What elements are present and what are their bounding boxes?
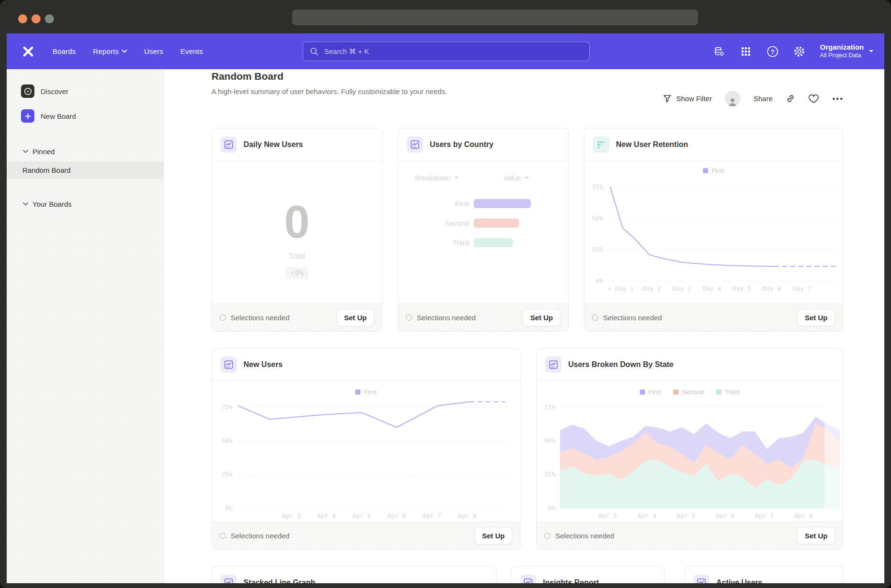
x-axis-tick: Apr 4 — [626, 512, 668, 519]
bar-label: First — [398, 200, 469, 208]
card-title: Stacked Line Graph — [244, 578, 315, 584]
favorite-heart-icon[interactable] — [808, 94, 819, 104]
value-bar — [474, 199, 531, 208]
set-up-button[interactable]: Set Up — [797, 527, 835, 545]
settings-gear-icon[interactable] — [793, 45, 806, 58]
plus-icon — [21, 109, 34, 123]
value-dropdown[interactable]: Value — [503, 174, 529, 182]
address-bar[interactable] — [292, 10, 698, 25]
x-axis-tick: Apr 3 — [586, 512, 629, 519]
metric-value: 0 — [212, 199, 382, 245]
legend-item[interactable]: Third — [716, 388, 740, 396]
legend-item[interactable]: First — [640, 388, 661, 396]
legend-item[interactable]: Second — [673, 388, 704, 396]
new-users-chart: 75%50%25%0%Apr 3Apr 4Apr 5Apr 6Apr 7Apr … — [215, 400, 509, 521]
y-axis-tick: 50% — [586, 215, 603, 222]
metric-delta-badge: ↑0% — [286, 267, 308, 279]
chart-legend: FirstSecondThird — [537, 388, 843, 396]
window-close-button[interactable] — [18, 14, 27, 23]
sidebar-item-new-board[interactable]: New Board — [7, 105, 163, 126]
mixpanel-logo-icon[interactable] — [21, 44, 35, 59]
nav-item-boards[interactable]: Boards — [53, 47, 76, 55]
window-zoom-button[interactable] — [45, 14, 54, 23]
search-icon — [310, 47, 318, 56]
data-management-icon[interactable] — [713, 45, 725, 58]
nav-item-reports[interactable]: Reports — [93, 47, 127, 55]
top-nav: Boards Reports Users Events — [7, 33, 884, 69]
more-options-icon[interactable] — [832, 97, 843, 101]
legend-swatch — [716, 389, 721, 395]
org-switcher[interactable]: Organization All Project Data — [820, 43, 874, 59]
status-circle-icon — [220, 315, 226, 321]
line-chart-icon — [221, 357, 237, 373]
status-selections-needed: Selections needed — [544, 532, 614, 540]
nav-item-users[interactable]: Users — [144, 47, 163, 55]
set-up-button[interactable]: Set Up — [522, 309, 561, 326]
discover-compass-icon — [21, 84, 34, 98]
legend-label: First — [711, 167, 724, 174]
card-title: Users Broken Down By State — [568, 360, 674, 369]
status-circle-icon — [592, 315, 598, 321]
sidebar-section-your-boards[interactable]: Your Boards — [7, 200, 163, 208]
share-button[interactable]: Share — [753, 94, 773, 103]
chevron-down-icon — [122, 50, 127, 53]
legend-label: First — [364, 388, 376, 396]
legend-label: First — [648, 388, 661, 396]
line-chart-icon — [407, 136, 423, 153]
card-users-by-country: Users by Country Breakdown Value FirstSe… — [398, 128, 569, 332]
sidebar: Discover New Board Pinned Random Board Y… — [7, 69, 164, 583]
y-axis-tick: 25% — [215, 471, 233, 478]
set-up-button[interactable]: Set Up — [797, 309, 835, 326]
x-axis-tick: Day 7 — [781, 285, 824, 292]
window-minimize-button[interactable] — [32, 14, 41, 23]
legend-label: Second — [682, 388, 704, 396]
set-up-button[interactable]: Set Up — [336, 309, 374, 326]
status-selections-needed: Selections needed — [220, 314, 289, 322]
filter-funnel-icon — [663, 94, 672, 103]
sidebar-item-random-board[interactable]: Random Board — [7, 161, 163, 179]
sidebar-item-discover[interactable]: Discover — [7, 81, 163, 102]
legend-swatch — [355, 389, 361, 395]
x-axis-tick: Apr 6 — [704, 512, 747, 519]
retention-chart: 75%50%25%0%< Day 1Day 2Day 3Day 4Day 5Da… — [586, 181, 841, 294]
status-selections-needed: Selections needed — [592, 314, 662, 322]
card-title: Insights Report — [543, 578, 599, 584]
x-axis-tick: Apr 5 — [665, 512, 708, 519]
country-bar-row: First — [398, 199, 568, 208]
legend-swatch — [640, 389, 645, 395]
card-active-users: Active Users — [684, 566, 843, 583]
y-axis-tick: 75% — [586, 183, 603, 190]
value-bar — [474, 238, 513, 247]
nav-item-events[interactable]: Events — [180, 47, 203, 55]
status-circle-icon — [544, 533, 551, 539]
bar-label: Second — [398, 219, 469, 227]
breakdown-dropdown[interactable]: Breakdown — [415, 174, 459, 182]
x-axis-tick: Apr 8 — [782, 512, 825, 519]
card-daily-new-users: Daily New Users 0 Total ↑0% Selections n… — [212, 128, 382, 332]
show-filter-button[interactable]: Show Filter — [663, 94, 712, 103]
global-search[interactable] — [303, 42, 590, 61]
apps-grid-icon[interactable] — [740, 45, 752, 58]
x-axis-tick: Apr 7 — [743, 512, 786, 519]
line-chart-icon — [520, 575, 536, 584]
help-icon[interactable]: ? — [766, 45, 779, 58]
y-axis-tick: 50% — [538, 437, 555, 444]
org-project: All Project Data — [820, 52, 864, 60]
line-chart-icon — [221, 575, 237, 584]
set-up-button[interactable]: Set Up — [474, 527, 512, 545]
card-title: Active Users — [716, 578, 763, 584]
card-stacked-line-graph: Stacked Line Graph — [212, 566, 497, 583]
x-axis-tick: Apr 8 — [446, 512, 488, 519]
copy-link-icon[interactable] — [785, 94, 796, 104]
card-title: New User Retention — [616, 140, 688, 149]
line-chart-icon — [545, 357, 562, 373]
sidebar-section-pinned[interactable]: Pinned — [7, 147, 163, 156]
window-controls — [18, 14, 54, 23]
card-title: New Users — [244, 360, 283, 369]
legend-item[interactable]: First — [355, 388, 376, 396]
avatar[interactable] — [725, 91, 741, 106]
legend-item[interactable]: First — [703, 167, 724, 174]
card-new-users: New Users First 75%50%25%0%Apr 3Apr 4Apr… — [212, 348, 520, 550]
search-input[interactable] — [323, 47, 583, 56]
card-new-user-retention: New User Retention First 75%50%25%0%< Da… — [584, 128, 843, 332]
